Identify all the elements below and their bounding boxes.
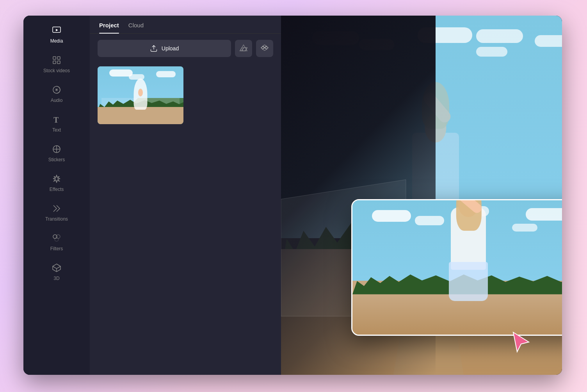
- svg-marker-1: [56, 29, 58, 31]
- dropbox-icon: [260, 44, 269, 53]
- sidebar-label-text: Text: [52, 127, 61, 133]
- sidebar-item-3d[interactable]: 3D: [23, 257, 90, 287]
- text-icon: T: [51, 114, 62, 125]
- thumbnail-image: [98, 66, 183, 124]
- upload-row: Upload: [90, 34, 281, 63]
- media-icon: [51, 25, 62, 36]
- tabs-header: Project Cloud: [90, 16, 281, 34]
- svg-rect-2: [53, 57, 56, 59]
- pink-cursor: [511, 330, 531, 355]
- media-thumbnail[interactable]: [98, 66, 183, 124]
- svg-rect-4: [53, 61, 56, 64]
- sidebar-label-effects: Effects: [50, 187, 64, 192]
- stock-videos-icon: [51, 55, 62, 66]
- sidebar-label-stickers: Stickers: [48, 157, 65, 162]
- sidebar-item-text[interactable]: T Text: [23, 109, 90, 138]
- upload-button[interactable]: Upload: [98, 40, 231, 57]
- tab-cloud-label: Cloud: [128, 22, 144, 29]
- zoomed-photo-image: [352, 200, 562, 335]
- svg-rect-3: [57, 57, 60, 59]
- media-panel: Project Cloud Upload: [90, 16, 281, 375]
- app-container: Media Stock videos Audio T Text Stickers: [23, 16, 562, 375]
- tab-cloud[interactable]: Cloud: [128, 16, 144, 33]
- sidebar-label-transitions: Transitions: [45, 216, 68, 222]
- filters-icon: [51, 233, 62, 244]
- effects-icon: [51, 173, 62, 184]
- tab-project[interactable]: Project: [99, 16, 119, 33]
- tab-project-label: Project: [99, 22, 119, 29]
- svg-rect-5: [57, 61, 60, 64]
- cursor-icon: [511, 330, 531, 354]
- transitions-icon: [51, 203, 62, 214]
- sidebar-label-audio: Audio: [51, 98, 63, 103]
- google-drive-button[interactable]: [235, 40, 252, 57]
- sidebar-item-effects[interactable]: Effects: [23, 168, 90, 198]
- sidebar-item-audio[interactable]: Audio: [23, 79, 90, 109]
- sidebar-item-stickers[interactable]: Stickers: [23, 138, 90, 168]
- sidebar-label-3d: 3D: [53, 276, 59, 281]
- svg-text:T: T: [53, 116, 59, 124]
- svg-marker-18: [513, 332, 529, 352]
- audio-icon: [51, 84, 62, 95]
- dropbox-button[interactable]: [256, 40, 273, 57]
- svg-point-8: [56, 89, 57, 91]
- sidebar-item-filters[interactable]: Filters: [23, 227, 90, 257]
- sidebar-item-transitions[interactable]: Transitions: [23, 198, 90, 227]
- sidebar-label-media: Media: [50, 38, 63, 44]
- preview-area: [281, 16, 562, 375]
- google-drive-icon: [239, 44, 248, 53]
- sidebar-label-stock-videos: Stock videos: [43, 68, 70, 73]
- stickers-icon: [51, 144, 62, 155]
- media-grid: [90, 63, 281, 127]
- sidebar: Media Stock videos Audio T Text Stickers: [23, 16, 90, 375]
- 3d-icon: [51, 262, 62, 273]
- upload-button-label: Upload: [162, 45, 179, 52]
- sidebar-item-media[interactable]: Media: [23, 20, 90, 49]
- sidebar-item-stock-videos[interactable]: Stock videos: [23, 49, 90, 79]
- sidebar-label-filters: Filters: [50, 246, 63, 251]
- upload-icon: [150, 45, 158, 52]
- zoomed-photo-card: [351, 199, 562, 336]
